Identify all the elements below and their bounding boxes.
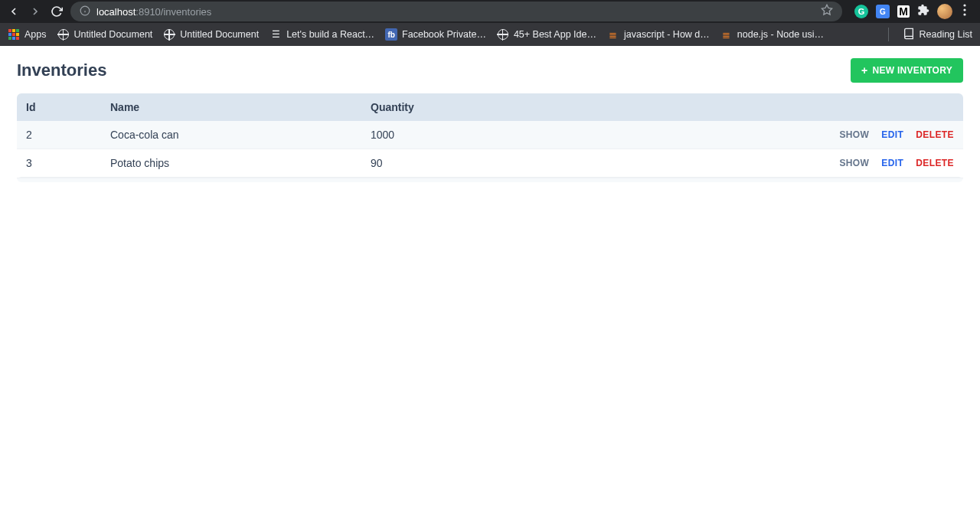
page-content: Inventories + NEW INVENTORY Id Name Quan… <box>0 46 980 194</box>
bookmark-item[interactable]: ☰ Let's build a React… <box>270 28 374 41</box>
extensions-puzzle-icon[interactable] <box>917 4 929 19</box>
svg-point-4 <box>963 4 965 6</box>
stackoverflow-icon: ≣ <box>720 28 733 41</box>
list-icon: ☰ <box>270 28 282 41</box>
globe-icon <box>497 28 509 41</box>
extension-icons: G G M <box>854 4 974 19</box>
bookmarks-bar: Apps Untitled Document Untitled Document… <box>0 23 980 46</box>
edit-link[interactable]: EDIT <box>881 129 903 140</box>
bookmark-label: javascript - How d… <box>624 29 710 40</box>
reading-list-button[interactable]: Reading List <box>903 28 973 42</box>
reading-list-label: Reading List <box>920 29 973 40</box>
col-header-name: Name <box>101 93 361 121</box>
apps-label: Apps <box>24 29 47 40</box>
bookmark-item[interactable]: Untitled Document <box>57 28 153 41</box>
bookmark-item[interactable]: fb Facebook Private… <box>385 28 486 41</box>
browser-chrome: localhost:8910/inventories G G M Apps <box>0 0 980 46</box>
cell-id: 2 <box>17 121 101 149</box>
delete-link[interactable]: DELETE <box>916 158 954 168</box>
bookmark-label: 45+ Best App Ide… <box>514 29 596 40</box>
browser-toolbar: localhost:8910/inventories G G M <box>0 0 980 23</box>
svg-point-5 <box>963 8 965 11</box>
bookmark-label: node.js - Node usi… <box>737 29 824 40</box>
url-text: localhost:8910/inventories <box>96 6 211 18</box>
reload-button[interactable] <box>49 4 64 19</box>
address-bar[interactable]: localhost:8910/inventories <box>70 2 842 21</box>
edit-link[interactable]: EDIT <box>881 158 903 168</box>
bookmark-label: Untitled Document <box>180 29 259 40</box>
bookmark-item[interactable]: 45+ Best App Ide… <box>497 28 596 41</box>
delete-link[interactable]: DELETE <box>916 129 954 140</box>
site-info-icon[interactable] <box>80 5 90 18</box>
globe-icon <box>57 28 70 41</box>
cell-quantity: 1000 <box>361 121 764 149</box>
page-title: Inventories <box>17 60 106 80</box>
show-link[interactable]: SHOW <box>839 129 869 140</box>
new-inventory-button[interactable]: + NEW INVENTORY <box>851 58 963 83</box>
profile-avatar[interactable] <box>937 4 952 19</box>
table-footer-stripe <box>17 178 963 182</box>
cell-id: 3 <box>17 149 101 178</box>
col-header-id: Id <box>17 93 101 121</box>
url-host: localhost <box>96 6 136 18</box>
globe-icon <box>163 28 175 41</box>
medium-icon[interactable]: M <box>897 5 910 18</box>
stackoverflow-icon: ≣ <box>607 28 619 41</box>
inventories-table: Id Name Quantity 2 Coca-cola can 1000 SH… <box>17 93 963 178</box>
cell-name: Coca-cola can <box>101 121 361 149</box>
plus-icon: + <box>861 64 867 77</box>
svg-marker-3 <box>822 5 831 15</box>
bookmark-star-icon[interactable] <box>821 4 833 19</box>
apps-shortcut[interactable]: Apps <box>8 28 47 41</box>
cell-actions: SHOW EDIT DELETE <box>764 121 963 149</box>
reading-list-icon <box>903 28 915 42</box>
bookmark-item[interactable]: ≣ node.js - Node usi… <box>720 28 824 41</box>
col-header-actions <box>764 93 963 121</box>
facebook-icon: fb <box>385 28 397 41</box>
bookmark-item[interactable]: Untitled Document <box>163 28 259 41</box>
page-header: Inventories + NEW INVENTORY <box>17 58 963 83</box>
cell-actions: SHOW EDIT DELETE <box>764 149 963 178</box>
col-header-quantity: Quantity <box>361 93 764 121</box>
svg-point-6 <box>963 13 965 15</box>
bookmark-item[interactable]: ≣ javascript - How d… <box>607 28 710 41</box>
separator <box>888 28 889 41</box>
table-row: 2 Coca-cola can 1000 SHOW EDIT DELETE <box>17 121 963 149</box>
table-row: 3 Potato chips 90 SHOW EDIT DELETE <box>17 149 963 178</box>
apps-grid-icon <box>8 28 20 41</box>
url-path: :8910/inventories <box>136 6 211 18</box>
browser-menu-icon[interactable] <box>960 4 969 19</box>
forward-button[interactable] <box>28 4 43 19</box>
new-inventory-label: NEW INVENTORY <box>872 65 952 76</box>
bookmark-label: Untitled Document <box>74 29 153 40</box>
google-translate-icon[interactable]: G <box>876 5 890 18</box>
grammarly-icon[interactable]: G <box>854 5 868 18</box>
cell-name: Potato chips <box>101 149 361 178</box>
table-header-row: Id Name Quantity <box>17 93 963 121</box>
show-link[interactable]: SHOW <box>839 158 869 168</box>
back-button[interactable] <box>6 4 21 19</box>
bookmark-label: Facebook Private… <box>402 29 486 40</box>
cell-quantity: 90 <box>361 149 764 178</box>
bookmark-label: Let's build a React… <box>286 29 374 40</box>
